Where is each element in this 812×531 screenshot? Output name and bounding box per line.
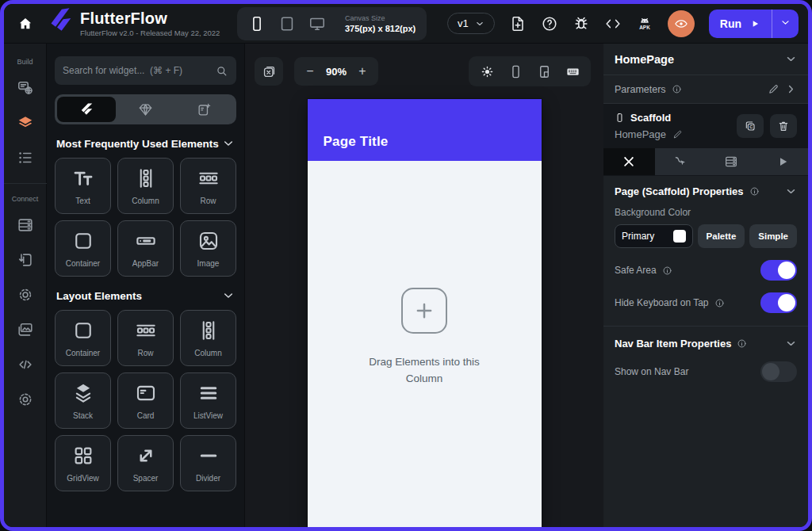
- widget-tile-listview[interactable]: ListView: [180, 372, 236, 429]
- run-button[interactable]: Run: [709, 10, 799, 38]
- inspector-tab-actions[interactable]: [655, 148, 707, 175]
- page-title: Page Title: [324, 134, 389, 150]
- nav-item-storage[interactable]: [8, 243, 43, 277]
- simple-button[interactable]: Simple: [749, 224, 797, 248]
- nav-item-widget-tree[interactable]: [8, 140, 43, 175]
- inspector-tab-tools[interactable]: [603, 148, 655, 175]
- widget-tile-row[interactable]: Row: [180, 158, 236, 214]
- phone-body[interactable]: Drag Elements into this Column: [308, 161, 542, 527]
- nav-item-media[interactable]: [8, 312, 43, 347]
- w-text-icon: [71, 166, 95, 190]
- widget-tile-stack[interactable]: Stack: [55, 372, 111, 429]
- chevron-down-icon: [475, 19, 485, 29]
- w-stack-icon: [71, 381, 95, 405]
- zoom-in-button[interactable]: +: [351, 60, 373, 82]
- widget-tile-container[interactable]: Container: [55, 310, 111, 366]
- hide-keyboard-on-tap-toggle[interactable]: [760, 292, 797, 313]
- safe-area-toggle[interactable]: [760, 260, 797, 281]
- widget-tab-flutter[interactable]: [57, 97, 116, 122]
- widget-tile-column[interactable]: Column: [180, 310, 236, 366]
- color-dropdown[interactable]: Primary: [615, 224, 693, 248]
- copy-widget-button[interactable]: C: [737, 114, 764, 138]
- widget-tab-template-plus[interactable]: [175, 97, 234, 122]
- widget-tile-column[interactable]: Column: [117, 158, 174, 214]
- fit-to-screen-button[interactable]: [255, 57, 283, 86]
- widget-type: Scaffold: [630, 112, 671, 124]
- nav-item-layers[interactable]: [8, 105, 43, 140]
- version-label: v1: [458, 17, 469, 29]
- device-desktop-button[interactable]: [308, 15, 326, 32]
- w-container-icon: [71, 319, 95, 342]
- device-tablet-button[interactable]: [278, 15, 296, 32]
- home-button[interactable]: [4, 4, 47, 44]
- property-toggle-row: Hide Keyboard on Tap: [615, 292, 797, 313]
- widget-tile-spacer[interactable]: Spacer: [117, 435, 174, 491]
- nav-item-database[interactable]: [8, 208, 43, 243]
- widget-search[interactable]: [55, 56, 236, 85]
- zoom-level: 90%: [321, 66, 351, 78]
- navbar-section-header[interactable]: Nav Bar Item Properties: [615, 338, 797, 350]
- preview-eye-button[interactable]: [668, 10, 695, 37]
- info-icon: [714, 298, 725, 308]
- parameters-row[interactable]: Parameters: [603, 75, 808, 104]
- device-phone-icon: [508, 64, 523, 79]
- chevron-down-icon[interactable]: [785, 53, 797, 65]
- page-header-row[interactable]: HomePage: [603, 44, 808, 75]
- inspector-tab-play[interactable]: [757, 148, 809, 175]
- widget-tile-divider[interactable]: Divider: [180, 435, 236, 491]
- run-options-button[interactable]: [772, 17, 799, 31]
- widget-tile-text[interactable]: Text: [55, 158, 111, 214]
- section-header[interactable]: Most Frequently Used Elements: [56, 137, 235, 150]
- widget-tile-image[interactable]: Image: [180, 220, 236, 277]
- palette-button[interactable]: Palette: [698, 224, 745, 248]
- chevron-down-icon[interactable]: [785, 338, 797, 350]
- chevron-down-icon[interactable]: [222, 289, 235, 302]
- delete-widget-button[interactable]: [770, 114, 797, 138]
- widget-tile-gridview[interactable]: GridView: [55, 435, 111, 491]
- code-button[interactable]: [604, 15, 622, 32]
- selected-widget-block[interactable]: Scaffold HomePage C: [603, 104, 808, 148]
- chevron-right-icon[interactable]: [785, 83, 797, 95]
- section-header[interactable]: Layout Elements: [56, 289, 235, 302]
- version-selector[interactable]: v1: [447, 13, 495, 34]
- inspector-tab-database[interactable]: [706, 148, 757, 175]
- chevron-down-icon[interactable]: [222, 137, 235, 150]
- phone-appbar[interactable]: Page Title: [308, 99, 542, 161]
- widget-tile-container[interactable]: Container: [55, 220, 111, 277]
- properties-section-header[interactable]: Page (Scaffold) Properties: [615, 185, 797, 197]
- help-button[interactable]: [541, 15, 558, 32]
- zoom-out-button[interactable]: −: [299, 60, 321, 82]
- widget-tile-label: Container: [66, 259, 100, 268]
- nav-item-settings[interactable]: [8, 382, 43, 417]
- device-frame-toggle-button[interactable]: [532, 59, 556, 83]
- widget-tile-card[interactable]: Card: [117, 372, 174, 429]
- device-phone-button[interactable]: [248, 15, 266, 32]
- device-phone-toggle-button[interactable]: [504, 59, 527, 83]
- widget-tile-label: Column: [132, 197, 159, 205]
- widget-tile-label: Image: [197, 259, 220, 268]
- widget-tab-diamond[interactable]: [116, 97, 174, 122]
- w-column-icon: [197, 319, 220, 342]
- settings-icon: [17, 391, 34, 408]
- edit-parameters-icon[interactable]: [768, 83, 779, 95]
- app-title: FlutterFlow: [80, 10, 220, 26]
- apk-button[interactable]: APK: [636, 15, 653, 32]
- show-on-navbar-toggle[interactable]: [760, 361, 797, 382]
- widget-tile-label: Row: [200, 197, 216, 205]
- rename-widget-icon[interactable]: [672, 129, 683, 139]
- chevron-down-icon[interactable]: [785, 185, 797, 197]
- add-element-drop-target[interactable]: [401, 288, 447, 334]
- nav-item-widget-guide[interactable]: [8, 71, 43, 105]
- widget-tile-appbar[interactable]: AppBar: [117, 220, 174, 277]
- file-plus-button[interactable]: [509, 15, 527, 32]
- nav-item-custom-code[interactable]: [8, 347, 43, 382]
- sun-toggle-button[interactable]: [475, 59, 499, 83]
- nav-section-build: Build: [8, 55, 43, 175]
- canvas-size: Canvas Size 375(px) x 812(px): [345, 14, 416, 33]
- nav-item-api[interactable]: [8, 277, 43, 312]
- search-input[interactable]: [63, 65, 209, 76]
- widget-tile-label: Spacer: [133, 474, 159, 483]
- bug-button[interactable]: [573, 15, 590, 32]
- keyboard-toggle-button[interactable]: [561, 59, 584, 83]
- widget-tile-row[interactable]: Row: [117, 310, 174, 366]
